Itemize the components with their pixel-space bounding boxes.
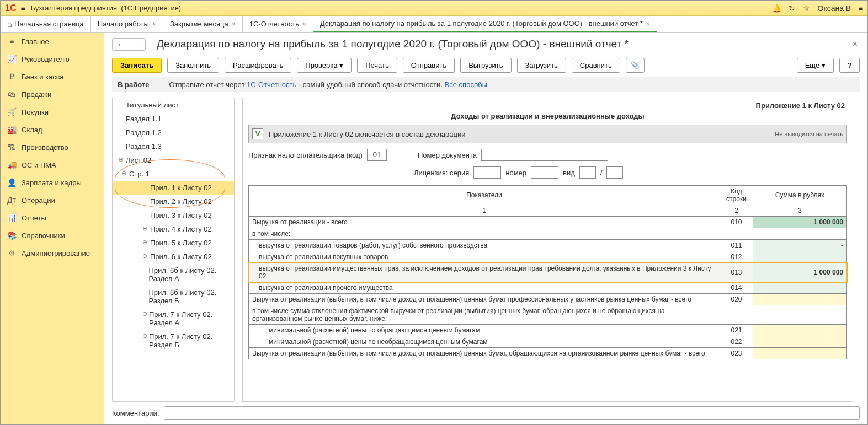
send-button[interactable]: Отправить bbox=[403, 58, 455, 73]
tree-toggle-icon[interactable]: ⊕ bbox=[142, 310, 149, 318]
sidebar-item[interactable]: 🛒Покупки bbox=[1, 103, 104, 121]
tree-toggle-icon[interactable]: ⊖ bbox=[118, 156, 126, 163]
tree-item[interactable]: ⊕Прил. 5 к Листу 02 bbox=[113, 236, 234, 250]
close-icon[interactable]: × bbox=[302, 20, 306, 28]
docnum-input[interactable] bbox=[481, 149, 608, 161]
table-row[interactable]: выручка от реализации покупных товаров01… bbox=[249, 251, 847, 263]
sidebar-item[interactable]: 👤Зарплата и кадры bbox=[1, 174, 104, 191]
check-button[interactable]: Проверка ▾ bbox=[297, 58, 352, 73]
print-button[interactable]: Печать bbox=[357, 58, 397, 73]
tree-item[interactable]: ⊕Прил. 6 к Листу 02 bbox=[113, 250, 234, 263]
include-checkbox[interactable]: V bbox=[252, 128, 263, 139]
tree-item[interactable]: Прил. 3 к Листу 02 bbox=[113, 208, 234, 222]
sidebar-item[interactable]: ≡Главное bbox=[1, 33, 104, 50]
tab-month-close[interactable]: Закрытие месяца× bbox=[163, 16, 243, 32]
license-kind2-input[interactable] bbox=[606, 166, 623, 179]
tab-1c-report[interactable]: 1С-Отчетность× bbox=[243, 16, 313, 32]
row-sum[interactable]: - bbox=[753, 251, 847, 263]
tree-item[interactable]: Раздел 1.1 bbox=[113, 112, 234, 126]
tree-item[interactable]: Прил. 6б к Листу 02. Раздел А bbox=[113, 263, 234, 286]
save-button[interactable]: Записать bbox=[112, 58, 162, 73]
star-icon[interactable]: ☆ bbox=[803, 4, 810, 13]
import-button[interactable]: Загрузить bbox=[517, 58, 566, 73]
tab-start[interactable]: Начало работы× bbox=[91, 16, 163, 32]
titlebar-menu-icon[interactable]: ≡ bbox=[859, 4, 863, 13]
table-row[interactable]: выручка от реализации товаров (работ, ус… bbox=[249, 240, 847, 251]
taxpayer-code-input[interactable]: 01 bbox=[367, 149, 387, 161]
row-sum[interactable] bbox=[753, 305, 847, 325]
row-sum[interactable] bbox=[753, 336, 847, 348]
table-row[interactable]: Выручка от реализации (выбытия, в том чи… bbox=[249, 294, 847, 305]
table-row[interactable]: в том числе сумма отклонения фактической… bbox=[249, 305, 847, 325]
tree-item[interactable]: ⊕Прил. 7 к Листу 02. Раздел А bbox=[113, 308, 234, 330]
sidebar-item[interactable]: ДтОперации bbox=[1, 191, 104, 209]
tree-item[interactable]: Раздел 1.2 bbox=[113, 126, 234, 139]
row-sum[interactable]: - bbox=[753, 240, 847, 251]
more-button[interactable]: Еще ▾ bbox=[797, 58, 834, 73]
table-row[interactable]: в том числе: bbox=[249, 228, 847, 240]
tree-item[interactable]: ⊕Прил. 4 к Листу 02 bbox=[113, 222, 234, 236]
back-icon[interactable]: ← bbox=[113, 39, 129, 50]
tree-item[interactable]: Прил. 1 к Листу 02 bbox=[113, 181, 234, 195]
tree-item[interactable]: Прил. 2 к Листу 02 bbox=[113, 195, 234, 208]
help-button[interactable]: ? bbox=[839, 58, 860, 73]
row-sum[interactable] bbox=[753, 325, 847, 336]
close-icon[interactable]: × bbox=[646, 20, 650, 28]
tree-item[interactable]: ⊖Лист 02 bbox=[113, 153, 234, 167]
row-sum[interactable]: 1 000 000 bbox=[753, 217, 847, 228]
license-number-input[interactable] bbox=[531, 166, 558, 179]
tree-item[interactable]: Раздел 1.3 bbox=[113, 139, 234, 153]
table-row[interactable]: минимальной (расчетной) цены по необраща… bbox=[249, 336, 847, 348]
sidebar-item[interactable]: ⚙Администрирование bbox=[1, 244, 104, 262]
link-1c-report[interactable]: 1С-Отчетность bbox=[247, 80, 296, 89]
row-sum[interactable] bbox=[753, 294, 847, 305]
row-sum[interactable]: - bbox=[753, 282, 847, 294]
status-label[interactable]: В работе bbox=[118, 80, 149, 89]
tree-toggle-icon[interactable]: ⊖ bbox=[121, 170, 129, 177]
row-sum[interactable] bbox=[753, 348, 847, 359]
section-tree[interactable]: Титульный листРаздел 1.1Раздел 1.2Раздел… bbox=[112, 98, 235, 402]
comment-input[interactable] bbox=[164, 406, 860, 420]
sidebar-item[interactable]: 🚚ОС и НМА bbox=[1, 156, 104, 174]
user-name[interactable]: Оксана В bbox=[818, 4, 851, 13]
tree-item[interactable]: Титульный лист bbox=[113, 98, 234, 112]
row-sum[interactable]: 1 000 000 bbox=[753, 263, 847, 282]
sidebar-item[interactable]: 🏗Производство bbox=[1, 138, 104, 156]
table-row[interactable]: Выручка от реализации (выбытия, в том чи… bbox=[249, 348, 847, 359]
tree-toggle-icon[interactable]: ⊕ bbox=[142, 332, 149, 340]
sidebar-item[interactable]: 📚Справочники bbox=[1, 227, 104, 244]
hamburger-icon[interactable]: ≡ bbox=[20, 4, 25, 13]
table-row[interactable]: минимальной (расчетной) цены по обращающ… bbox=[249, 325, 847, 336]
sidebar-item[interactable]: ₽Банк и касса bbox=[1, 68, 104, 85]
license-kind-input[interactable] bbox=[579, 166, 596, 179]
bell-icon[interactable]: 🔔 bbox=[772, 4, 781, 13]
table-row[interactable]: Выручка от реализации - всего0101 000 00… bbox=[249, 217, 847, 228]
export-button[interactable]: Выгрузить bbox=[460, 58, 511, 73]
close-icon[interactable]: × bbox=[232, 20, 236, 28]
form-pane[interactable]: Приложение 1 к Листу 02 Доходы от реализ… bbox=[242, 98, 853, 402]
tree-toggle-icon[interactable]: ⊕ bbox=[142, 239, 150, 246]
tab-home[interactable]: Начальная страница bbox=[1, 16, 91, 32]
table-row[interactable]: выручка от реализации имущественных прав… bbox=[249, 263, 847, 282]
close-icon[interactable]: × bbox=[152, 20, 156, 28]
fill-button[interactable]: Заполнить bbox=[167, 58, 219, 73]
sidebar-item[interactable]: 📈Руководителю bbox=[1, 50, 104, 68]
decode-button[interactable]: Расшифровать bbox=[225, 58, 291, 73]
sidebar-item[interactable]: 🏭Склад bbox=[1, 121, 104, 138]
tree-item[interactable]: ⊕Прил. 7 к Листу 02. Раздел Б bbox=[113, 330, 234, 352]
tree-item[interactable]: Прил. 6б к Листу 02. Раздел Б bbox=[113, 286, 234, 308]
tree-toggle-icon[interactable]: ⊕ bbox=[142, 252, 150, 260]
table-row[interactable]: выручка от реализации прочего имущества0… bbox=[249, 282, 847, 294]
close-icon[interactable]: × bbox=[850, 37, 860, 51]
history-icon[interactable]: ↻ bbox=[789, 4, 795, 13]
sidebar-item[interactable]: 🛍Продажи bbox=[1, 85, 104, 103]
license-series-input[interactable] bbox=[473, 166, 501, 179]
sidebar-item[interactable]: 📊Отчеты bbox=[1, 209, 104, 227]
link-all-ways[interactable]: Все способы bbox=[445, 80, 487, 89]
tree-item[interactable]: ⊖Стр. 1 bbox=[113, 167, 234, 181]
compare-button[interactable]: Сравнить bbox=[572, 58, 620, 73]
attach-button[interactable]: 📎 bbox=[626, 58, 645, 73]
tree-toggle-icon[interactable]: ⊕ bbox=[142, 225, 150, 232]
tab-declaration[interactable]: Декларация по налогу на прибыль за 1 пол… bbox=[313, 16, 657, 32]
row-sum[interactable] bbox=[753, 228, 847, 240]
